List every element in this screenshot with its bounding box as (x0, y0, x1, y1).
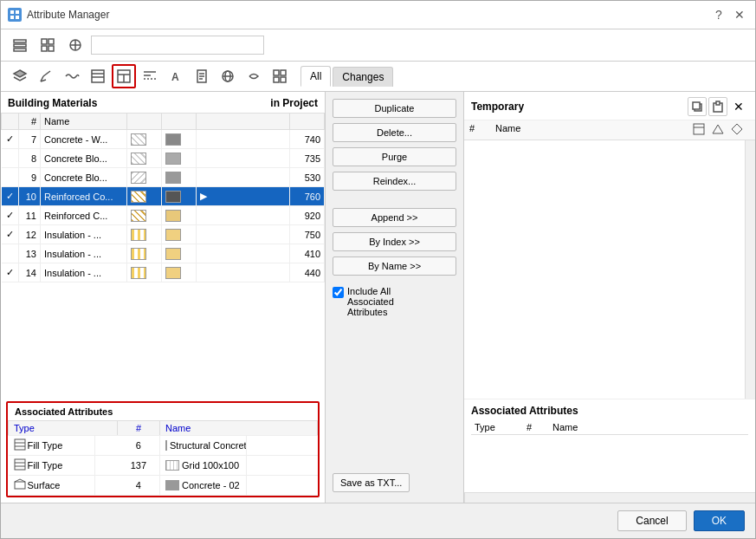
table-row[interactable]: ✓ 14 Insulation - ... 440 (2, 263, 325, 282)
right-col-name: Name (495, 123, 547, 137)
svg-rect-38 (281, 77, 286, 82)
main-area: Building Materials in Project # Name (1, 92, 755, 503)
include-all-checkbox[interactable] (333, 287, 344, 298)
right-col-hash: # (469, 123, 495, 137)
svg-rect-7 (42, 39, 47, 44)
tb-wave-icon[interactable] (60, 64, 84, 88)
tb-lines-icon[interactable] (138, 64, 162, 88)
right-bottom-scrollbar[interactable] (464, 492, 755, 503)
attribute-manager-window: Attribute Manager ? ✕ (0, 0, 756, 539)
right-assoc-content (471, 435, 748, 487)
right-assoc-col-type: Type (475, 422, 527, 432)
right-close-btn[interactable]: ✕ (729, 97, 748, 116)
reindex-button[interactable]: Reindex... (333, 172, 456, 191)
right-panel-header: Temporary ✕ (464, 92, 755, 120)
right-panel: Temporary ✕ (464, 92, 755, 503)
tab-all[interactable]: All (300, 66, 331, 87)
tb-text-icon[interactable]: A (164, 64, 188, 88)
tb-material-icon[interactable] (112, 64, 136, 88)
tb-pencil-icon[interactable] (34, 64, 58, 88)
swatch-grid (165, 460, 179, 471)
duplicate-button[interactable]: Duplicate (333, 99, 456, 118)
tb-hatch-icon[interactable] (86, 64, 110, 88)
tab-changes[interactable]: Changes (333, 67, 393, 87)
assoc-row[interactable]: Surface 4 Concrete - 02 (9, 476, 318, 496)
tb-grid-icon[interactable] (268, 64, 292, 88)
col-swatch2 (162, 114, 197, 130)
toolbar-row1 (1, 29, 755, 62)
svg-rect-10 (48, 46, 54, 51)
svg-rect-37 (274, 77, 279, 82)
include-all-label: Include All Associated Attributes (333, 286, 456, 317)
table-row-selected[interactable]: ✓ 10 Reinforced Co... ▶ 760 (2, 187, 325, 206)
svg-rect-42 (15, 459, 25, 470)
append-button[interactable]: Append >> (333, 208, 456, 227)
svg-rect-49 (716, 101, 720, 105)
fill-type-icon (14, 438, 26, 452)
save-txt-button[interactable]: Save as TXT... (333, 473, 410, 492)
svg-rect-36 (281, 70, 286, 75)
help-button[interactable]: ? (710, 6, 727, 23)
right-col-icon2 (712, 123, 731, 137)
table-row[interactable]: 9 Concrete Blo... 530 (2, 168, 325, 187)
table-row[interactable]: ✓ 7 Concrete - W... 740 (2, 130, 325, 149)
icon-btn-1[interactable] (8, 33, 32, 57)
tb-layers-icon[interactable] (8, 64, 32, 88)
materials-table: # Name ✓ 7 Concrete - W... (1, 113, 325, 282)
table-row[interactable]: ✓ 11 Reinforced C... 920 (2, 206, 325, 225)
delete-button[interactable]: Delete... (333, 123, 456, 142)
ok-button[interactable]: OK (694, 510, 745, 531)
building-materials-title: Building Materials (8, 97, 97, 109)
assoc-table: Type # Name (8, 420, 318, 496)
col-swatch1 (127, 114, 162, 130)
col-check (2, 114, 19, 130)
tb-document-icon[interactable] (190, 64, 214, 88)
icon-btn-3[interactable] (63, 33, 87, 57)
surface-icon (14, 478, 26, 492)
assoc-col-num: # (118, 421, 160, 436)
right-scrollbar[interactable] (745, 140, 755, 399)
purge-button[interactable]: Purge (333, 147, 456, 166)
svg-rect-35 (274, 70, 279, 75)
assoc-row[interactable]: Fill Type 6 Structural Concrete (9, 436, 318, 456)
svg-rect-4 (14, 40, 26, 42)
swatch-concrete02 (165, 480, 179, 490)
tb-globe-icon[interactable] (216, 64, 240, 88)
by-name-button[interactable]: By Name >> (333, 257, 456, 276)
right-assoc-title: Associated Attributes (471, 405, 748, 417)
svg-rect-8 (48, 39, 54, 44)
right-assoc-col-name: Name (552, 422, 745, 432)
assoc-row[interactable]: Fill Type 137 Grid 100x100 (9, 456, 318, 476)
window-title: Attribute Manager (27, 9, 109, 21)
svg-rect-45 (15, 482, 25, 489)
include-label-1: Include All (347, 286, 394, 296)
cancel-button[interactable]: Cancel (617, 510, 686, 531)
tb-arrows-icon[interactable] (242, 64, 266, 88)
table-row[interactable]: 13 Insulation - ... 410 (2, 244, 325, 263)
right-list (464, 140, 745, 399)
right-content-area (464, 140, 755, 399)
fill-type-icon2 (14, 458, 26, 472)
right-assoc-col-num: # (527, 422, 552, 432)
right-paste-btn[interactable] (708, 97, 727, 116)
assoc-section-title: Associated Attributes (8, 403, 318, 420)
include-label-2: Associated (347, 296, 394, 307)
table-row[interactable]: ✓ 12 Insulation - ... 750 (2, 225, 325, 244)
right-copy-btn[interactable] (688, 97, 707, 116)
svg-rect-47 (693, 102, 700, 109)
col-triangle (197, 114, 290, 130)
assoc-col-type: Type (9, 421, 118, 436)
close-button[interactable]: ✕ (731, 6, 748, 23)
associated-attributes-section: Associated Attributes Type # Name (6, 401, 320, 497)
table-row[interactable]: 8 Concrete Blo... 735 (2, 149, 325, 168)
middle-panel: Duplicate Delete... Purge Reindex... App… (326, 92, 464, 503)
app-icon (8, 8, 22, 22)
svg-text:A: A (171, 71, 179, 83)
include-label-3: Attributes (347, 307, 394, 317)
by-index-button[interactable]: By Index >> (333, 232, 456, 251)
svg-rect-5 (14, 44, 26, 47)
left-panel: Building Materials in Project # Name (1, 92, 326, 503)
icon-btn-2[interactable] (36, 33, 60, 57)
col-name: Name (41, 114, 127, 130)
search-input[interactable] (91, 36, 264, 55)
